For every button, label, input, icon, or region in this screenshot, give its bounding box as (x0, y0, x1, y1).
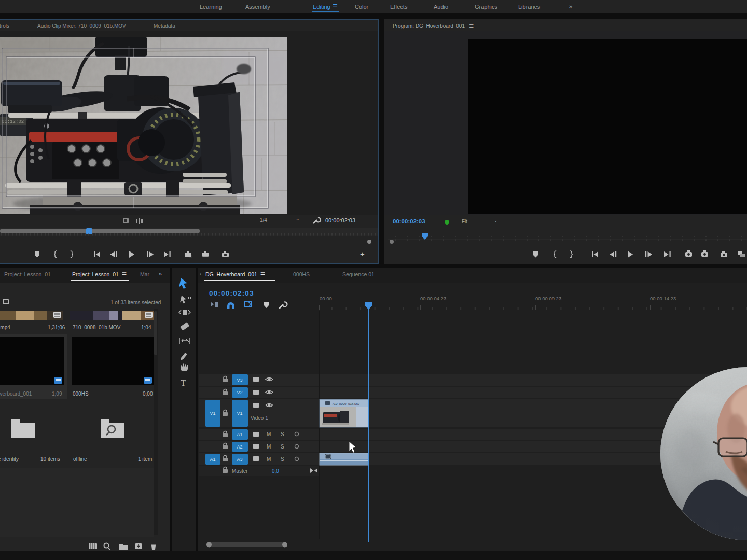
svg-text:Video 1: Video 1 (251, 415, 268, 421)
svg-text:V1: V1 (237, 411, 242, 416)
svg-text:S: S (281, 444, 284, 450)
svg-text:Master: Master (232, 468, 248, 474)
svg-text:A2: A2 (237, 444, 242, 450)
svg-text:M: M (267, 456, 271, 462)
svg-text:M: M (267, 431, 271, 437)
svg-text:S: S (281, 431, 284, 437)
svg-text:T: T (181, 378, 186, 388)
svg-text:M: M (267, 444, 271, 450)
svg-text:A1: A1 (237, 432, 242, 437)
svg-text:A1: A1 (210, 457, 215, 462)
svg-text:V2: V2 (237, 390, 242, 395)
svg-text:A3: A3 (237, 457, 242, 462)
svg-text:V3: V3 (237, 377, 242, 383)
svg-text:V1: V1 (210, 411, 215, 416)
svg-text:S: S (281, 456, 284, 462)
svg-text:0,0: 0,0 (272, 468, 279, 474)
svg-text:710_0009_01b.MO: 710_0009_01b.MO (332, 402, 359, 405)
